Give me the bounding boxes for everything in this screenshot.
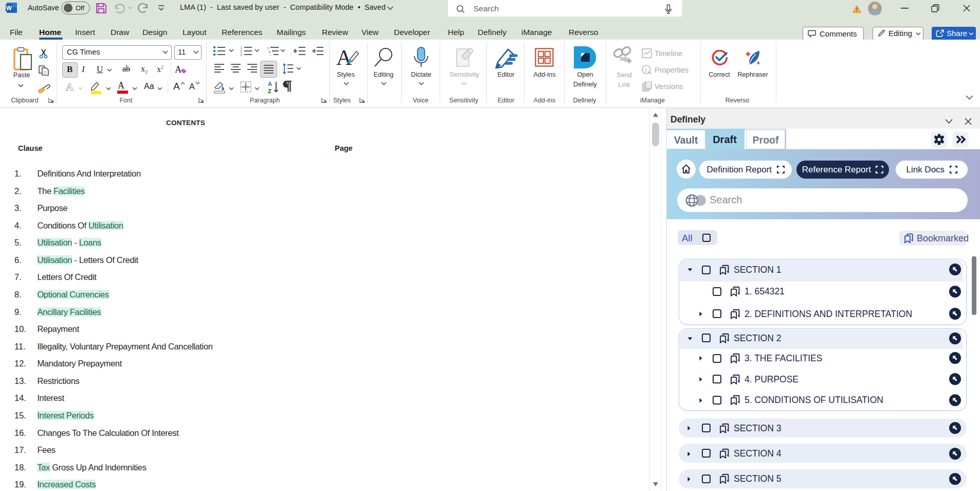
svg-text:Z: Z bbox=[268, 88, 271, 94]
svg-text:A: A bbox=[336, 46, 352, 69]
svg-text:W: W bbox=[6, 5, 12, 12]
svg-text:A: A bbox=[66, 81, 74, 93]
svg-text:a: a bbox=[268, 50, 270, 54]
svg-text:A: A bbox=[268, 81, 272, 87]
svg-text:i: i bbox=[645, 66, 647, 74]
svg-text:A: A bbox=[175, 64, 182, 75]
svg-text:2: 2 bbox=[240, 49, 242, 53]
svg-text:1: 1 bbox=[240, 46, 242, 49]
svg-text:1: 1 bbox=[267, 46, 269, 50]
svg-text:i: i bbox=[270, 54, 271, 56]
svg-text:3: 3 bbox=[240, 53, 242, 56]
